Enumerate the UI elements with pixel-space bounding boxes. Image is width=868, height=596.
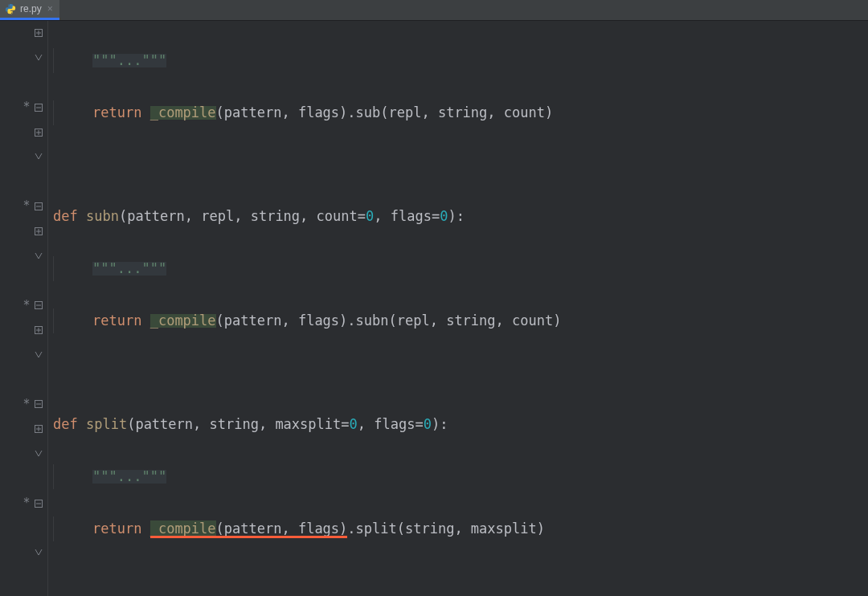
fold-end-icon[interactable] [33, 151, 44, 162]
python-file-icon [5, 3, 16, 14]
fold-expand-icon[interactable] [33, 325, 44, 336]
docstring: """...""" [92, 262, 166, 276]
modified-marker: * [22, 300, 31, 312]
fold-collapse-icon[interactable] [33, 300, 44, 311]
docstring: """...""" [92, 470, 166, 484]
fold-expand-icon[interactable] [33, 127, 44, 138]
fold-expand-icon[interactable] [33, 27, 44, 39]
docstring: """...""" [92, 54, 166, 67]
fold-collapse-icon[interactable] [33, 398, 44, 410]
code-editor[interactable]: * * * * * """...""" return _compile(patt… [0, 21, 868, 596]
fold-end-icon[interactable] [33, 448, 44, 459]
file-tab-re-py[interactable]: re.py × [0, 0, 59, 20]
keyword-def: def [53, 210, 78, 223]
tab-bar: re.py × [0, 0, 868, 21]
func-subn: subn [86, 210, 119, 223]
fold-collapse-icon[interactable] [33, 102, 44, 113]
code-area[interactable]: """...""" return _compile(pattern, flags… [48, 21, 868, 596]
keyword-def: def [53, 418, 78, 431]
modified-marker: * [22, 398, 31, 410]
modified-marker: * [22, 101, 31, 113]
fold-end-icon[interactable] [33, 52, 44, 63]
keyword-return: return [92, 314, 141, 328]
gutter: * * * * * [0, 21, 48, 596]
call-compile: _compile [150, 520, 216, 537]
func-split: split [86, 418, 127, 431]
keyword-return: return [92, 522, 141, 536]
keyword-return: return [92, 106, 141, 120]
fold-expand-icon[interactable] [33, 423, 44, 435]
fold-expand-icon[interactable] [33, 226, 44, 237]
modified-marker: * [22, 497, 31, 509]
tab-filename: re.py [20, 4, 42, 14]
modified-marker: * [22, 200, 31, 212]
close-icon[interactable]: × [47, 4, 53, 14]
fold-end-icon[interactable] [33, 547, 44, 558]
fold-end-icon[interactable] [33, 349, 44, 361]
fold-end-icon[interactable] [33, 251, 44, 262]
call-compile: _compile [150, 106, 216, 120]
fold-collapse-icon[interactable] [33, 201, 44, 212]
call-compile: _compile [150, 314, 216, 328]
fold-collapse-icon[interactable] [33, 498, 44, 509]
